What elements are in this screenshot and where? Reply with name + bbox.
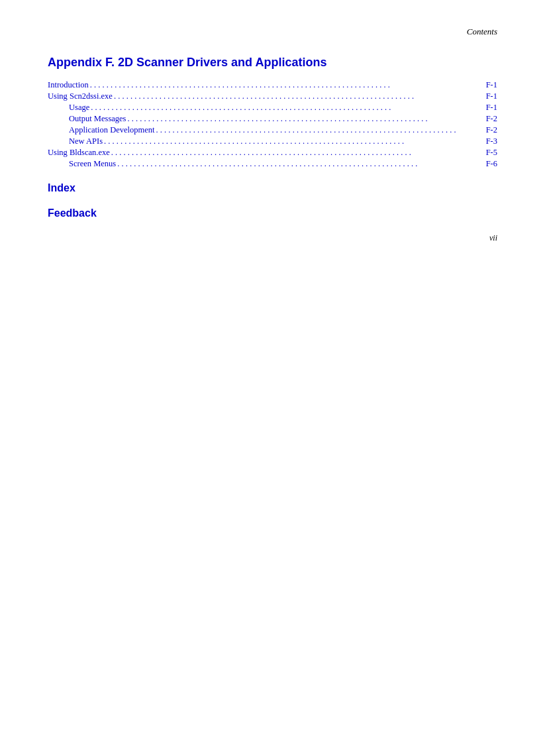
toc-label: New APIs [69, 136, 103, 146]
toc-dots: . . . . . . . . . . . . . . . . . . . . … [114, 91, 485, 101]
toc-dots: . . . . . . . . . . . . . . . . . . . . … [111, 148, 485, 158]
page-footer: vii [489, 233, 497, 243]
toc-entry: Output Messages . . . . . . . . . . . . … [48, 114, 497, 124]
toc-label: Usage [69, 103, 89, 113]
toc-entry: Application Development . . . . . . . . … [48, 125, 497, 135]
toc-label: Using Scn2dssi.exe [48, 91, 113, 101]
feedback-section: Feedback [48, 207, 497, 219]
appendix-title: Appendix F. 2D Scanner Drivers and Appli… [48, 56, 497, 70]
toc-entry: Usage . . . . . . . . . . . . . . . . . … [48, 103, 497, 113]
toc-page: F-2 [486, 125, 497, 135]
toc-dots: . . . . . . . . . . . . . . . . . . . . … [156, 125, 484, 135]
index-section: Index [48, 182, 497, 194]
toc-entry: Using Scn2dssi.exe . . . . . . . . . . .… [48, 91, 497, 101]
header-title: Contents [467, 27, 497, 36]
toc-label: Introduction [48, 80, 89, 90]
toc-dots: . . . . . . . . . . . . . . . . . . . . … [90, 80, 485, 90]
toc-page: F-5 [486, 148, 497, 158]
toc-page: F-1 [486, 103, 497, 113]
toc-dots: . . . . . . . . . . . . . . . . . . . . … [127, 114, 484, 124]
page-header: Contents [48, 27, 497, 37]
toc-page: F-1 [486, 80, 497, 90]
toc-dots: . . . . . . . . . . . . . . . . . . . . … [104, 136, 485, 146]
toc-entry: New APIs . . . . . . . . . . . . . . . .… [48, 136, 497, 146]
footer-page: vii [489, 233, 497, 243]
toc-entry: Using Bldscan.exe . . . . . . . . . . . … [48, 148, 497, 158]
toc-page: F-3 [486, 136, 497, 146]
index-heading: Index [48, 182, 497, 194]
page-container: Contents Appendix F. 2D Scanner Drivers … [0, 0, 545, 263]
feedback-heading: Feedback [48, 207, 497, 219]
toc-label: Output Messages [69, 114, 126, 124]
toc-dots: . . . . . . . . . . . . . . . . . . . . … [117, 159, 484, 169]
toc-page: F-6 [486, 159, 497, 169]
toc-dots: . . . . . . . . . . . . . . . . . . . . … [91, 103, 484, 113]
toc-label: Application Development [69, 125, 154, 135]
toc-entries: Introduction . . . . . . . . . . . . . .… [48, 80, 497, 169]
toc-entry: Introduction . . . . . . . . . . . . . .… [48, 80, 497, 90]
toc-page: F-1 [486, 91, 497, 101]
toc-label: Screen Menus [69, 159, 116, 169]
toc-page: F-2 [486, 114, 497, 124]
toc-label: Using Bldscan.exe [48, 148, 110, 158]
toc-entry: Screen Menus . . . . . . . . . . . . . .… [48, 159, 497, 169]
